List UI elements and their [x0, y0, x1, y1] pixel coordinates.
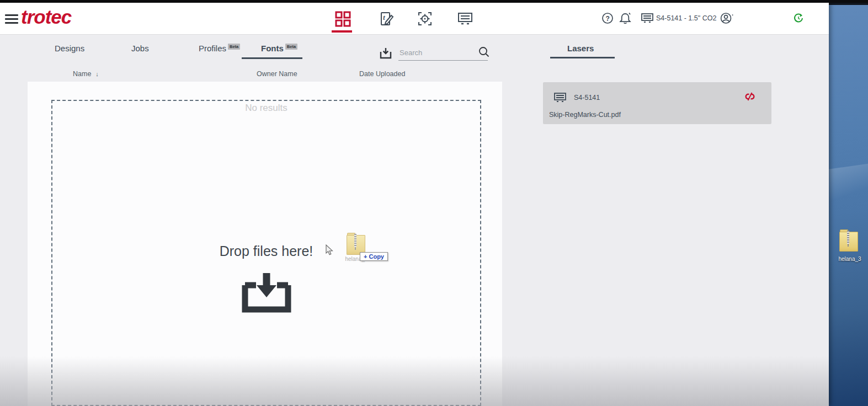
- svg-text:t: t: [383, 14, 386, 21]
- no-results-text: No results: [52, 103, 480, 114]
- zip-folder-icon: [839, 229, 858, 252]
- tab-designs-label: Designs: [55, 44, 84, 53]
- tab-jobs-label: Jobs: [131, 44, 149, 53]
- user-account-icon[interactable]: [720, 11, 734, 25]
- upload-fonts-icon[interactable]: [379, 46, 394, 61]
- trotec-logo: trotec: [21, 6, 71, 28]
- desktop-file-label: helana_3: [835, 256, 865, 262]
- tab-profiles-label: Profiles: [199, 44, 226, 53]
- tab-profiles[interactable]: ProfilesBeta: [199, 44, 240, 53]
- app-window: trotec t: [0, 3, 829, 406]
- column-header-owner[interactable]: Owner Name: [257, 70, 297, 78]
- screen: trotec t: [0, 0, 868, 406]
- column-header-name[interactable]: Name↓: [73, 70, 99, 78]
- search-icon[interactable]: [478, 46, 490, 58]
- search-field: [398, 46, 488, 61]
- fonts-list-card: No results Drop files here!: [28, 82, 502, 406]
- notifications-bell-icon[interactable]: [618, 11, 632, 25]
- svg-text:?: ?: [606, 15, 610, 23]
- tab-lasers[interactable]: Lasers: [567, 44, 594, 53]
- sort-desc-icon[interactable]: ↓: [95, 71, 99, 77]
- active-tab-underline: [242, 57, 302, 59]
- laser-status-label[interactable]: S4-5141 - 1.5" CO2: [656, 14, 716, 22]
- laser-card-current-file: Skip-RegMarks-Cut.pdf: [549, 111, 621, 119]
- disconnect-laser-icon[interactable]: [744, 91, 756, 102]
- active-nav-underline: [332, 30, 352, 33]
- beta-badge: Beta: [285, 44, 297, 50]
- history-refresh-icon[interactable]: [791, 11, 806, 25]
- nav-dashboard-icon[interactable]: [333, 9, 352, 28]
- nav-design-icon[interactable]: t: [377, 9, 396, 28]
- drop-download-icon: [52, 269, 480, 317]
- nav-position-icon[interactable]: [416, 9, 434, 28]
- nav-produce-icon[interactable]: [456, 9, 475, 28]
- search-input[interactable]: [398, 46, 471, 59]
- laser-machine-icon: [553, 92, 567, 104]
- laser-status-icon[interactable]: [640, 11, 654, 25]
- beta-badge: Beta: [228, 44, 240, 50]
- tab-fonts-label: Fonts: [261, 44, 284, 53]
- header-owner-label: Owner Name: [257, 70, 297, 78]
- tab-jobs[interactable]: Jobs: [131, 44, 149, 53]
- top-edge-strip: [0, 0, 868, 3]
- header-name-label: Name: [73, 70, 91, 78]
- desktop-background: [829, 0, 868, 406]
- help-icon[interactable]: ?: [600, 11, 615, 25]
- header-date-label: Date Uploaded: [359, 70, 405, 78]
- tab-fonts[interactable]: FontsBeta: [261, 44, 297, 53]
- drop-files-text: Drop files here!: [52, 243, 480, 259]
- laser-card-name: S4-5141: [574, 94, 600, 101]
- tab-designs[interactable]: Designs: [55, 44, 84, 53]
- file-dropzone[interactable]: No results Drop files here!: [51, 100, 481, 406]
- topbar: trotec t: [0, 3, 829, 35]
- laser-card[interactable]: S4-5141 Skip-RegMarks-Cut.pdf: [543, 82, 771, 124]
- desktop-zip-file[interactable]: helana_3: [839, 229, 860, 252]
- column-header-date[interactable]: Date Uploaded: [359, 70, 405, 78]
- lasers-tab-underline: [550, 57, 615, 58]
- tab-lasers-label: Lasers: [567, 44, 594, 53]
- menu-icon[interactable]: [5, 12, 18, 23]
